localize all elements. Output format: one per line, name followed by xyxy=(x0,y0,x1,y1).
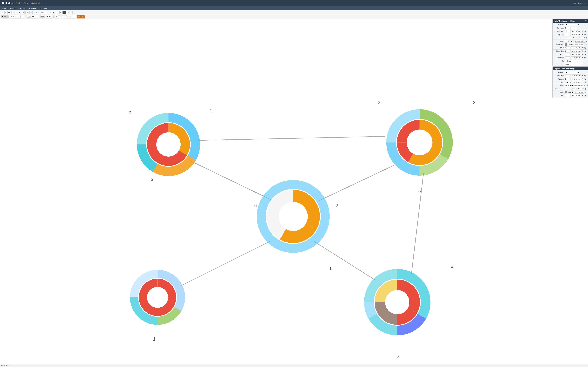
stroke-color-input[interactable] xyxy=(45,15,52,18)
node-shape-select-attr[interactable]: Select attribute xyxy=(572,37,583,39)
fill-color-input[interactable] xyxy=(31,15,38,18)
node-stroke-size-input[interactable] xyxy=(565,50,571,52)
circle-btn[interactable]: ● ▾ xyxy=(20,15,24,18)
help-btn[interactable]: ? xyxy=(70,11,72,14)
edge-label-size-select-attr[interactable]: Select attribute xyxy=(571,74,581,77)
node-stroke-color-eye[interactable]: 👁 xyxy=(585,43,587,45)
fit-btn[interactable]: ◎ xyxy=(26,11,30,14)
edge-size-select-attr[interactable]: Select attribute xyxy=(571,94,581,97)
node-stroke-size-select-attr[interactable]: Select attribute xyxy=(571,50,581,52)
edge-head-eye[interactable]: 👁 xyxy=(584,85,586,87)
edge-bidirectional-select[interactable]: false xyxy=(565,88,571,90)
node-brca2[interactable]: BRCA2 xyxy=(257,180,330,253)
menu-network[interactable]: Network xyxy=(8,7,17,10)
undo-btn[interactable]: ↺ xyxy=(1,11,4,14)
bg-color-input[interactable] xyxy=(40,11,47,14)
menu-examples[interactable]: Examples xyxy=(38,7,48,10)
zoom-out-btn[interactable]: − xyxy=(60,11,62,14)
edge-shaft-select-attr[interactable]: Select attribute xyxy=(572,81,582,84)
edge-shaft-eye[interactable]: 👁 xyxy=(582,81,584,83)
edge-label-attr-select[interactable]: Id xyxy=(565,71,579,74)
node-opacity-eye[interactable]: 👁 xyxy=(581,34,584,36)
node-area-eye[interactable]: 👁 xyxy=(581,53,584,55)
edge-size-input[interactable] xyxy=(565,94,571,97)
node-size-select-attr[interactable]: Select attribute xyxy=(571,47,581,49)
node-color-indicator[interactable]: #da6d1f xyxy=(77,15,85,18)
node-opacity-input[interactable] xyxy=(565,33,571,36)
edge-label-size-input[interactable] xyxy=(565,74,571,77)
node-area-input[interactable] xyxy=(565,53,571,56)
edge-size-del[interactable]: 🗑 xyxy=(584,95,586,97)
node-label-size-eye[interactable]: 👁 xyxy=(581,30,584,32)
node-stroke-area-del[interactable]: 🗑 xyxy=(584,57,586,59)
edge-bidirectional-eye[interactable]: 👁 xyxy=(582,88,584,90)
node-stroke-color-box[interactable] xyxy=(565,43,567,46)
node-shape-select[interactable]: circle xyxy=(565,37,572,39)
help-link[interactable]: ? xyxy=(585,2,586,4)
edge-label-size-eye[interactable]: 👁 xyxy=(581,75,584,77)
rotation-input[interactable] xyxy=(52,11,57,14)
node-opacity-del[interactable]: 🗑 xyxy=(584,34,586,36)
node-label-size-input[interactable] xyxy=(565,30,571,33)
login-link[interactable]: log in xyxy=(572,2,576,4)
edge-size-eye[interactable]: 👁 xyxy=(581,95,584,97)
node-area-select-attr[interactable]: Select attribute xyxy=(571,53,581,56)
edge-color-eye[interactable]: 👁 xyxy=(585,91,587,93)
node-size-eye[interactable]: 👁 xyxy=(581,47,584,49)
add-node-btn[interactable]: + xyxy=(4,11,7,14)
node-x-select[interactable]: Select... xyxy=(565,60,583,62)
node-stroke-size-eye[interactable]: 👁 xyxy=(581,50,584,52)
rotate-btn[interactable]: ↻ xyxy=(49,11,52,14)
edge-viz-panel-close[interactable]: ✕ xyxy=(585,68,587,70)
node-shape-eye[interactable]: 👁 xyxy=(583,37,585,39)
node-y-select[interactable]: Select... xyxy=(565,63,583,66)
node-label-offset-x[interactable] xyxy=(565,27,571,29)
label-attr-select[interactable]: Id xyxy=(59,16,66,18)
arrow-btn[interactable]: ↓ xyxy=(15,11,17,14)
edges-tab[interactable]: Edges xyxy=(9,15,15,18)
edge-opacity-input[interactable] xyxy=(565,78,571,80)
nodes-tab[interactable]: Nodes xyxy=(1,15,8,18)
text-size-btn[interactable]: TI ▾ xyxy=(54,15,59,18)
search-input[interactable] xyxy=(66,15,76,18)
node-stroke-color-select-attr[interactable]: Select attribute xyxy=(574,43,584,46)
node-stroke-area-eye[interactable]: 👁 xyxy=(581,57,584,59)
edge-shaft-del[interactable]: 🗑 xyxy=(585,81,587,83)
node-color-box[interactable] xyxy=(565,40,567,42)
delete-btn[interactable]: ✕ xyxy=(18,11,21,14)
export-btn[interactable]: 💾 xyxy=(35,11,38,14)
edge-head-del[interactable]: 🗑 xyxy=(587,85,588,87)
node-label-attr-select[interactable]: Id xyxy=(565,23,579,26)
node-size-input[interactable] xyxy=(565,47,571,49)
node-area-del[interactable]: 🗑 xyxy=(584,53,586,55)
stroke-color-btn[interactable] xyxy=(40,15,45,18)
edge-color-del[interactable]: 🗑 xyxy=(587,91,588,93)
node-snora16[interactable]: SNORA16 xyxy=(130,270,185,325)
zoom-in-btn[interactable]: + xyxy=(67,11,69,14)
edge-color-box[interactable] xyxy=(565,91,567,93)
menu-analysis[interactable]: Analysis xyxy=(28,7,37,10)
star-btn[interactable]: ★ ▾ xyxy=(16,15,20,18)
node-stroke-area-select-attr[interactable]: Select attribute xyxy=(571,56,581,59)
edge-bidirectional-select-attr[interactable]: Select attribute xyxy=(572,88,582,90)
menu-attributes[interactable]: Attributes xyxy=(17,7,27,10)
image-btn[interactable]: 📷 xyxy=(8,11,11,14)
edge-opacity-del[interactable]: 🗑 xyxy=(584,78,586,80)
node-stroke-size-del[interactable]: 🗑 xyxy=(584,50,586,52)
node-label-size-select-attr[interactable]: Select attribute xyxy=(571,30,581,33)
network-canvas[interactable]: 3 1 2 2 2 6 6 2 1 5 4 1 xyxy=(0,19,588,367)
connect-btn[interactable]: ⇄ xyxy=(11,11,14,14)
edge-opacity-eye[interactable]: 👁 xyxy=(581,78,584,80)
menu-file[interactable]: File xyxy=(1,7,7,10)
node-label-size-del[interactable]: 🗑 xyxy=(584,30,586,32)
node-fry[interactable]: FRY xyxy=(364,269,431,335)
node-stroke-color-del[interactable]: 🗑 xyxy=(587,43,588,45)
node-blc2[interactable]: BLC2 xyxy=(137,113,200,176)
node-color-eye[interactable]: 👁 xyxy=(585,40,588,42)
edge-head-select[interactable]: directed xyxy=(565,84,573,87)
edge-bidirectional-del[interactable]: 🗑 xyxy=(585,88,587,90)
node-stroke-area-input[interactable] xyxy=(565,56,571,59)
edge-shaft-select[interactable]: solid xyxy=(565,81,571,84)
edge-head-select-attr[interactable]: Select attribute xyxy=(574,84,584,87)
edge-label-size-del[interactable]: 🗑 xyxy=(584,75,586,77)
